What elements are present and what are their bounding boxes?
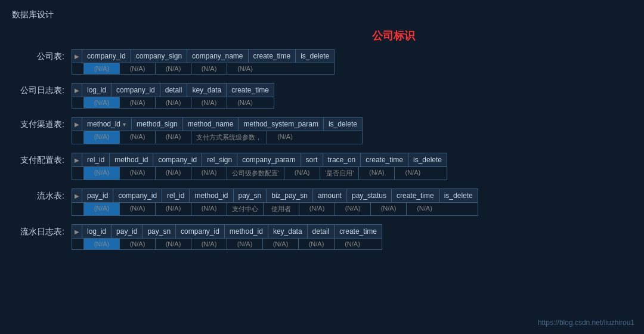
col-cell: (N/A) bbox=[84, 239, 120, 249]
col-header: log_id bbox=[82, 84, 112, 97]
col-header: is_delete bbox=[408, 153, 447, 166]
col-cell: (N/A) bbox=[359, 167, 395, 180]
col-header: company_id bbox=[82, 50, 131, 63]
col-cell: (N/A) bbox=[191, 239, 227, 249]
col-header: method_name bbox=[183, 117, 239, 131]
col-cell: (N/A) bbox=[371, 203, 407, 215]
db-table: ▶pay_idcompany_idrel_idmethod_idpay_snbi… bbox=[72, 188, 478, 216]
col-cell: (N/A) bbox=[335, 203, 371, 215]
col-cell: 支付中心 bbox=[227, 203, 264, 215]
col-header: amount bbox=[313, 189, 347, 202]
expand-arrow[interactable]: ▶ bbox=[72, 117, 82, 131]
expand-arrow[interactable]: ▶ bbox=[72, 50, 82, 63]
table-section: 支付渠道表:▶method_id▼method_signmethod_namem… bbox=[12, 117, 632, 144]
col-cell: (N/A) bbox=[227, 63, 263, 74]
col-cell: (N/A) bbox=[156, 167, 191, 180]
col-cell: (N/A) bbox=[120, 131, 156, 144]
expand-arrow[interactable]: ▶ bbox=[72, 189, 82, 202]
col-header: pay_id bbox=[82, 189, 113, 202]
col-cell: (N/A) bbox=[407, 203, 442, 215]
expand-arrow[interactable]: ▶ bbox=[72, 153, 82, 166]
col-header: create_time bbox=[227, 84, 274, 97]
col-cell: (N/A) bbox=[84, 63, 120, 74]
col-header: method_id▼ bbox=[82, 117, 132, 131]
col-header: pay_sn bbox=[143, 225, 176, 238]
col-header: method_id bbox=[225, 225, 268, 238]
col-cell: (N/A) bbox=[156, 239, 191, 249]
col-header: pay_sn bbox=[234, 189, 267, 202]
col-header: method_id bbox=[110, 153, 153, 166]
db-table: ▶log_idcompany_iddetailkey_datacreate_ti… bbox=[72, 83, 274, 109]
col-header: create_time bbox=[249, 50, 296, 63]
col-cell: (N/A) bbox=[156, 131, 191, 144]
company-label: 公司标识 bbox=[155, 29, 632, 43]
row-spacer bbox=[72, 63, 84, 74]
row-spacer bbox=[72, 239, 84, 249]
expand-arrow[interactable]: ▶ bbox=[72, 84, 82, 97]
section-label: 公司日志表: bbox=[12, 83, 72, 96]
col-cell: (N/A) bbox=[84, 131, 120, 144]
col-header: is_delete bbox=[296, 50, 334, 63]
col-header: rel_sign bbox=[202, 153, 237, 166]
col-header: pay_id bbox=[112, 225, 143, 238]
col-header: company_id bbox=[112, 84, 160, 97]
col-cell: (N/A) bbox=[120, 239, 156, 249]
col-header: rel_id bbox=[162, 189, 190, 202]
row-spacer bbox=[72, 131, 84, 144]
table-section: 公司日志表:▶log_idcompany_iddetailkey_datacre… bbox=[12, 83, 632, 109]
col-cell: (N/A) bbox=[120, 97, 156, 108]
col-cell: (N/A) bbox=[84, 97, 120, 108]
col-cell: (N/A) bbox=[191, 63, 227, 74]
col-cell: 使用者 bbox=[264, 203, 299, 215]
col-header: trace_on bbox=[323, 153, 361, 166]
col-cell: '是否启用' bbox=[320, 167, 359, 180]
watermark: https://blog.csdn.net/liuzhirou1 bbox=[538, 318, 634, 327]
db-table: ▶rel_idmethod_idcompany_idrel_signcompan… bbox=[72, 153, 447, 180]
col-cell: (N/A) bbox=[299, 239, 335, 249]
table-section: 支付配置表:▶rel_idmethod_idcompany_idrel_sign… bbox=[12, 153, 632, 180]
col-header: pay_status bbox=[347, 189, 392, 202]
section-label: 流水日志表: bbox=[12, 224, 72, 237]
col-header: is_delete bbox=[324, 117, 362, 131]
section-label: 支付配置表: bbox=[12, 153, 72, 166]
expand-arrow[interactable]: ▶ bbox=[72, 225, 82, 238]
col-header: rel_id bbox=[82, 153, 110, 166]
db-table: ▶company_idcompany_signcompany_namecreat… bbox=[72, 49, 335, 75]
col-cell: (N/A) bbox=[263, 239, 299, 249]
col-header: company_param bbox=[237, 153, 301, 166]
col-cell: (N/A) bbox=[335, 239, 370, 249]
col-header: detail bbox=[308, 225, 335, 238]
col-header: method_id bbox=[190, 189, 233, 202]
col-cell: (N/A) bbox=[191, 97, 227, 108]
col-header: key_data bbox=[187, 84, 227, 97]
col-cell: (N/A) bbox=[191, 203, 227, 215]
col-cell: (N/A) bbox=[156, 63, 191, 74]
col-cell: (N/A) bbox=[395, 167, 431, 180]
table-section: 流水日志表:▶log_idpay_idpay_sncompany_idmetho… bbox=[12, 224, 632, 250]
col-cell: (N/A) bbox=[156, 97, 191, 108]
col-header: detail bbox=[160, 84, 188, 97]
row-spacer bbox=[72, 167, 84, 180]
col-header: company_id bbox=[176, 225, 225, 238]
col-header: create_time bbox=[361, 153, 408, 166]
row-spacer bbox=[72, 97, 84, 108]
col-header: biz_pay_sn bbox=[267, 189, 313, 202]
col-header: is_delete bbox=[439, 189, 478, 202]
col-cell: (N/A) bbox=[299, 203, 335, 215]
col-cell: (N/A) bbox=[84, 203, 120, 215]
col-cell: 公司级参数配置' bbox=[227, 167, 284, 180]
section-label: 公司表: bbox=[12, 49, 72, 62]
col-cell: (N/A) bbox=[191, 167, 227, 180]
col-header: method_sign bbox=[132, 117, 183, 131]
col-cell: (N/A) bbox=[156, 203, 191, 215]
col-cell: (N/A) bbox=[84, 167, 120, 180]
table-section: 公司表:▶company_idcompany_signcompany_namec… bbox=[12, 49, 632, 75]
section-label: 支付渠道表: bbox=[12, 117, 72, 130]
col-header: key_data bbox=[268, 225, 308, 238]
col-header: company_id bbox=[153, 153, 202, 166]
section-label: 流水表: bbox=[12, 188, 72, 202]
row-spacer bbox=[72, 203, 84, 215]
col-header: sort bbox=[301, 153, 323, 166]
col-cell: (N/A) bbox=[120, 203, 156, 215]
col-header: company_id bbox=[113, 189, 162, 202]
